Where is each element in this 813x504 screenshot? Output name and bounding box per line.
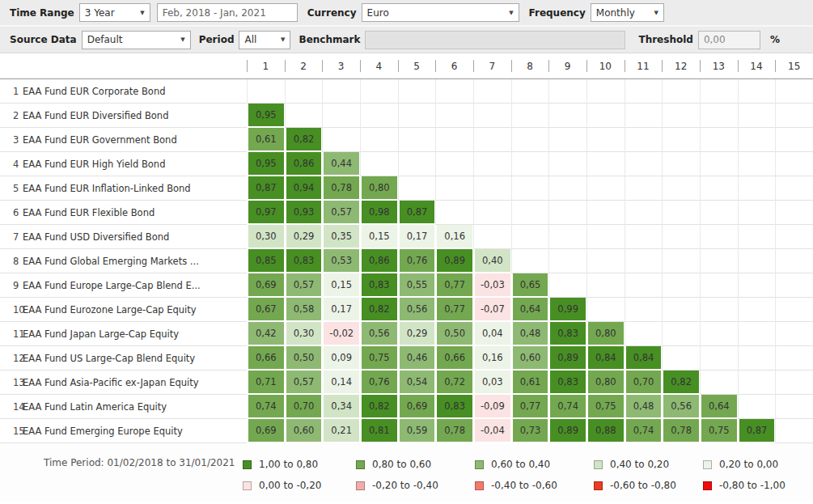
- matrix-cell-value: 0,88: [588, 419, 624, 442]
- matrix-cell: 0,66: [247, 346, 285, 371]
- matrix-cell: 0,61: [511, 371, 549, 395]
- matrix-cell-value: 0,66: [248, 346, 284, 369]
- matrix-cell: [700, 371, 738, 395]
- legend-swatch-icon: [475, 460, 484, 469]
- row-number: 15: [0, 426, 21, 437]
- matrix-cell: 0,57: [322, 201, 360, 225]
- matrix-cell: [775, 201, 813, 225]
- matrix-cell-value: 0,77: [437, 298, 472, 320]
- fund-name-cell: 8EAA Fund Global Emerging Markets ...: [0, 249, 247, 273]
- matrix-cell: 0,75: [360, 346, 398, 371]
- row-number: 4: [0, 159, 21, 170]
- matrix-cell: [285, 79, 323, 104]
- matrix-cell-value: -0,02: [324, 322, 359, 345]
- matrix-cell: [586, 225, 625, 249]
- legend-swatch-icon: [356, 460, 365, 469]
- matrix-cell: [700, 346, 738, 371]
- matrix-cell-value: 0,44: [324, 152, 359, 175]
- matrix-cell: 0,76: [398, 249, 436, 273]
- threshold-input[interactable]: 0,00: [698, 31, 760, 49]
- matrix-cell: [586, 201, 625, 225]
- matrix-cell: [662, 346, 700, 371]
- matrix-cell: 0,87: [738, 419, 776, 443]
- matrix-cell-value: 0,75: [701, 419, 737, 442]
- matrix-cell: [473, 176, 511, 201]
- matrix-cell: 0,85: [247, 249, 285, 273]
- benchmark-input[interactable]: [365, 31, 625, 49]
- matrix-cell-value: 0,87: [400, 201, 435, 223]
- matrix-cell: 0,83: [285, 249, 323, 273]
- matrix-cell: 0,69: [247, 419, 285, 443]
- fund-name-cell: 14EAA Fund Latin America Equity: [0, 395, 247, 419]
- matrix-cell: [625, 152, 663, 176]
- row-number: 13: [0, 377, 21, 388]
- matrix-cell: [738, 322, 776, 346]
- fund-name-cell: 12EAA Fund US Large-Cap Blend Equity: [0, 346, 247, 371]
- matrix-cell: 0,60: [511, 346, 549, 371]
- legend-item: -0,60 to -0,80: [594, 478, 703, 493]
- legend-swatch-icon: [703, 481, 712, 490]
- fund-name-cell: 6EAA Fund EUR Flexible Bond: [0, 201, 247, 225]
- matrix-cell: [775, 225, 813, 249]
- matrix-cell: [586, 273, 625, 298]
- frequency-select[interactable]: Monthly ▼: [591, 3, 664, 22]
- benchmark-label: Benchmark: [299, 34, 360, 45]
- source-data-select[interactable]: Default ▼: [82, 31, 191, 49]
- fund-name-cell: 13EAA Fund Asia-Pacific ex-Japan Equity: [0, 371, 247, 395]
- matrix-cell: 0,59: [398, 419, 436, 443]
- matrix-cell: 0,42: [247, 322, 285, 346]
- chevron-down-icon: ▼: [140, 10, 144, 16]
- matrix-cell-value: 0,61: [248, 128, 284, 150]
- matrix-column-header: 13: [700, 53, 738, 78]
- row-number: 10: [0, 304, 21, 316]
- currency-select[interactable]: Euro ▼: [362, 3, 519, 22]
- matrix-cell: 0,97: [247, 201, 285, 225]
- time-range-select[interactable]: 3 Year ▼: [79, 3, 150, 22]
- matrix-cell: 0,44: [322, 152, 360, 176]
- matrix-cell-value: 0,60: [286, 419, 322, 442]
- matrix-cell: [360, 79, 398, 104]
- chevron-down-icon: ▼: [509, 10, 513, 16]
- legend-item: 0,80 to 0,60: [356, 457, 475, 472]
- matrix-cell: 0,77: [511, 395, 549, 419]
- matrix-body: 1EAA Fund EUR Corporate Bond2EAA Fund EU…: [0, 79, 813, 443]
- matrix-cell: 0,81: [360, 419, 398, 443]
- matrix-column-header: 2: [285, 53, 323, 78]
- matrix-cell: [775, 419, 813, 443]
- matrix-cell-value: 0,76: [362, 371, 397, 393]
- matrix-cell: 0,53: [322, 249, 360, 273]
- fund-name-cell: 4EAA Fund EUR High Yield Bond: [0, 152, 247, 176]
- matrix-cell-value: 0,30: [286, 322, 322, 345]
- matrix-cell: [700, 104, 738, 128]
- legend-label: 0,00 to -0,20: [259, 480, 321, 491]
- legend-grid: 1,00 to 0,800,80 to 0,600,60 to 0,400,40…: [243, 457, 785, 501]
- matrix-column-header: 11: [625, 53, 663, 78]
- fund-name-label: EAA Fund EUR Diversified Bond: [21, 110, 168, 121]
- matrix-cell-value: 0,76: [400, 249, 435, 272]
- matrix-cell: [625, 79, 663, 104]
- matrix-cell: [435, 176, 473, 201]
- matrix-cell: 0,76: [360, 371, 398, 395]
- matrix-cell-value: 0,71: [248, 371, 284, 393]
- matrix-cell-value: 0,69: [248, 419, 284, 442]
- matrix-cell-value: 0,57: [286, 273, 322, 296]
- matrix-row: 3EAA Fund EUR Government Bond0,610,82: [0, 128, 813, 152]
- matrix-cell: [662, 176, 700, 201]
- fund-name-cell: 5EAA Fund EUR Inflation-Linked Bond: [0, 176, 247, 201]
- date-range-input[interactable]: Feb, 2018 - Jan, 2021: [157, 3, 298, 22]
- matrix-cell: [738, 346, 776, 371]
- matrix-row: 7EAA Fund USD Diversified Bond0,300,290,…: [0, 225, 813, 249]
- matrix-cell: [662, 322, 700, 346]
- period-select[interactable]: All ▼: [239, 31, 290, 49]
- matrix-cell-value: 0,30: [248, 225, 284, 248]
- matrix-cell: [586, 249, 625, 273]
- matrix-cell: 0,16: [435, 225, 473, 249]
- matrix-cell: [738, 298, 776, 322]
- matrix-cell-value: 0,21: [324, 419, 359, 442]
- matrix-row: 12EAA Fund US Large-Cap Blend Equity0,66…: [0, 346, 813, 371]
- matrix-cell-value: -0,09: [475, 395, 510, 417]
- matrix-cell: [398, 176, 436, 201]
- matrix-cell-value: 0,80: [362, 176, 397, 199]
- threshold-value: 0,00: [704, 34, 726, 45]
- legend-item: -0,80 to -1,00: [703, 478, 785, 493]
